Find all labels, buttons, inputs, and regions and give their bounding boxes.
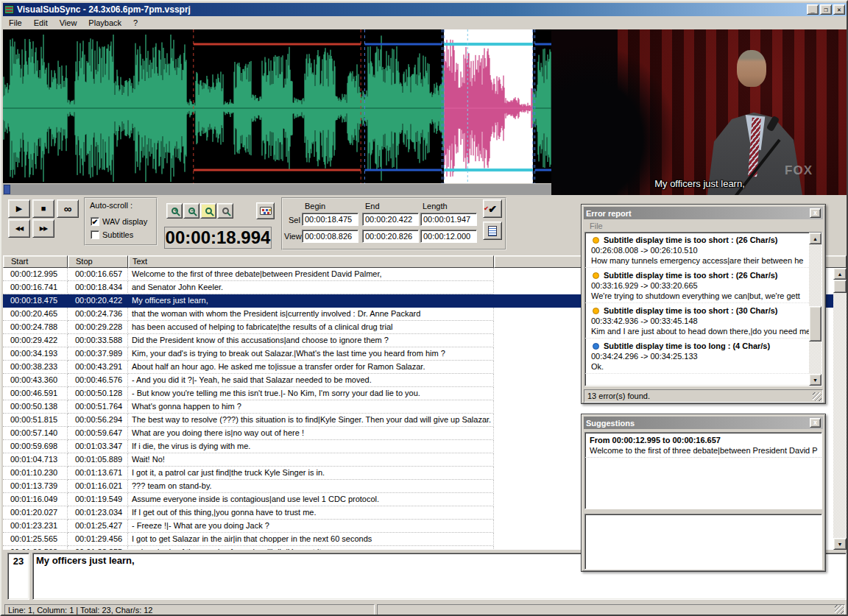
zoom-all-icon (222, 208, 229, 214)
view-length-field[interactable]: 00:00:12.000 (420, 230, 477, 243)
zoom-in-icon: + (172, 208, 178, 214)
scrollbar-thumb[interactable] (833, 280, 847, 293)
error-item[interactable]: Subtitle display time is too short : (30… (585, 303, 809, 339)
error-report-title-bar[interactable]: Error report x (584, 207, 823, 219)
cell-c1: 00:01:13.739 (3, 480, 68, 493)
subtitles-checkbox[interactable]: Subtitles (91, 230, 133, 239)
cell-c1: 00:01:23.231 (3, 520, 68, 533)
error-title: Subtitle display time is too long : (4 C… (604, 341, 770, 350)
menu-item-edit[interactable]: Edit (28, 18, 54, 28)
error-subtitle-text: Kim and I are just about to head down th… (591, 327, 806, 336)
info-circle-icon (593, 343, 599, 350)
stop-button[interactable]: ■ (32, 199, 54, 218)
error-report-menu: File (584, 219, 823, 232)
cell-c3: - And you did it ?|- Yeah, he said that … (128, 374, 494, 387)
zoom-in-button[interactable]: + (166, 203, 183, 219)
previous-subtitle-button[interactable]: ◀◀ (8, 219, 30, 238)
begin-column-label: Begin (305, 202, 325, 210)
play-button[interactable]: ▶ (8, 199, 30, 218)
column-header-text[interactable]: Text (128, 255, 494, 268)
error-list-scrollbar[interactable]: ▲ ▼ (809, 233, 822, 386)
cell-c3: that the woman with whom the President i… (128, 308, 494, 321)
next-subtitle-button[interactable]: ▶▶ (32, 219, 54, 238)
title-bar: VisualSubSync - 24.3x06.6pm-7pm.vssprj _… (3, 3, 847, 16)
error-item[interactable]: Subtitle display time is too short : (26… (585, 233, 809, 268)
menu-item-[interactable]: ? (127, 18, 144, 28)
error-report-status: 13 error(s) found. (584, 389, 823, 403)
error-title: Subtitle display time is too short : (26… (604, 271, 778, 280)
suggestions-close-icon[interactable]: x (810, 418, 821, 428)
app-window: VisualSubSync - 24.3x06.6pm-7pm.vssprj _… (0, 0, 848, 616)
cell-c2: 00:01:19.549 (68, 493, 128, 506)
check-errors-button[interactable]: ✔ (483, 199, 502, 218)
error-scrollbar-thumb[interactable] (809, 306, 822, 341)
cell-c2: 00:01:25.427 (68, 520, 128, 533)
cell-c3: ??? team on stand-by. (128, 480, 494, 493)
cell-c3: What's gonna happen to him ? (128, 400, 494, 414)
wav-display-checkmark-icon[interactable]: ✔ (91, 217, 99, 226)
waveform-scrollbar-thumb[interactable] (4, 185, 10, 194)
error-time-range: 00:26:08.008 -> 00:26:10.510 (591, 246, 806, 255)
autoscroll-group: Auto-scroll : ✔ WAV display Subtitles (84, 197, 158, 246)
sel-length-field[interactable]: 00:00:01.947 (420, 213, 477, 226)
menu-item-playback[interactable]: Playback (82, 18, 127, 28)
suggestions-title: Suggestions (586, 419, 635, 428)
error-list: Subtitle display time is too short : (26… (584, 232, 822, 386)
error-item[interactable]: Subtitle display time is too long : (4 C… (585, 339, 809, 374)
close-button[interactable]: ✕ (833, 4, 845, 15)
suggestions-title-bar[interactable]: Suggestions x (584, 417, 823, 429)
cell-c2: 00:00:29.228 (68, 321, 128, 334)
warning-circle-icon (593, 272, 599, 279)
suggestion-item[interactable]: From 00:00:12.995 to 00:00:16.657 Welcom… (584, 432, 822, 509)
cell-c1: 00:00:24.788 (3, 321, 68, 334)
cell-c1: 00:00:12.995 (3, 268, 68, 281)
cell-c1: 00:00:29.422 (3, 334, 68, 347)
cell-c2: 00:01:05.889 (68, 453, 128, 467)
zoom-out-button[interactable]: − (183, 203, 199, 219)
column-header-start[interactable]: Start (3, 255, 68, 268)
cell-c2: 00:00:20.422 (68, 294, 128, 308)
zoom-all-button[interactable] (217, 203, 233, 219)
loop-button[interactable]: ∞ (57, 199, 79, 218)
shortcuts-button[interactable] (256, 202, 275, 219)
resize-grip-icon[interactable] (835, 605, 844, 614)
error-scroll-up-button[interactable]: ▲ (809, 233, 822, 244)
cell-c3: Did the President know of this accusatio… (128, 334, 494, 347)
menu-item-view[interactable]: View (54, 18, 83, 28)
error-scroll-down-button[interactable]: ▼ (809, 374, 822, 386)
show-text-pipe-button[interactable] (483, 222, 502, 240)
scroll-up-button[interactable]: ▲ (833, 268, 847, 280)
restore-button[interactable]: ❐ (820, 4, 832, 15)
subtitle-list-scrollbar[interactable]: ▲ ▼ (833, 268, 847, 550)
error-report-resize-grip[interactable] (813, 392, 822, 401)
error-subtitle-text: We're trying to shutdown everything we c… (591, 291, 806, 300)
suggestion-range: From 00:00:12.995 to 00:00:16.657 (585, 433, 822, 445)
next-icon: ▶▶ (40, 225, 47, 232)
waveform-panel[interactable] (3, 29, 551, 183)
cell-c3: If i die, the virus is dying with me. (128, 440, 494, 453)
cell-c1: 00:00:16.741 (3, 281, 68, 294)
sel-begin-field[interactable]: 00:00:18.475 (302, 213, 358, 226)
error-report-close-icon[interactable]: x (810, 208, 821, 218)
column-header-stop[interactable]: Stop (68, 255, 128, 268)
zoom-selection-button[interactable] (200, 203, 216, 219)
cell-c3: and Senator John Keeler. (128, 281, 494, 294)
view-begin-field[interactable]: 00:00:08.826 (302, 230, 358, 243)
menu-item-file[interactable]: File (3, 18, 28, 28)
subtitles-checkbox-box[interactable] (91, 230, 99, 239)
error-report-file-menu[interactable]: File (587, 222, 606, 230)
error-item[interactable]: Subtitle display time is too short : (26… (585, 268, 809, 303)
cell-c2: 00:00:24.736 (68, 308, 128, 321)
waveform-scrollbar[interactable] (3, 183, 551, 195)
suggestions-window: Suggestions x From 00:00:12.995 to 00:00… (581, 414, 826, 572)
scroll-down-button[interactable]: ▼ (833, 538, 847, 550)
waveform[interactable] (3, 29, 551, 183)
minimize-button[interactable]: _ (807, 4, 819, 15)
cell-c2: 00:01:16.021 (68, 480, 128, 493)
loop-icon: ∞ (64, 202, 72, 215)
sel-end-field[interactable]: 00:00:20.422 (362, 213, 419, 226)
view-end-field[interactable]: 00:00:20.826 (362, 230, 419, 243)
cell-c2: 00:00:33.588 (68, 334, 128, 347)
wav-display-checkbox[interactable]: ✔ WAV display (91, 217, 147, 226)
selection-time-group: Begin End Length Sel 00:00:18.475 00:00:… (281, 197, 506, 250)
